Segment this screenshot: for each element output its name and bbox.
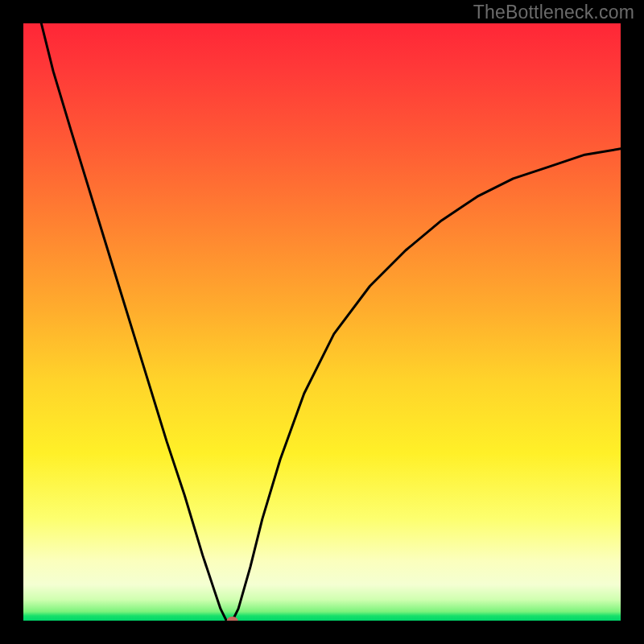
chart-frame: TheBottleneck.com <box>0 0 644 644</box>
curve-layer <box>23 23 621 621</box>
optimal-point-marker <box>227 617 238 621</box>
bottleneck-curve <box>41 23 621 621</box>
plot-area <box>23 23 621 621</box>
watermark-text: TheBottleneck.com <box>473 2 634 23</box>
